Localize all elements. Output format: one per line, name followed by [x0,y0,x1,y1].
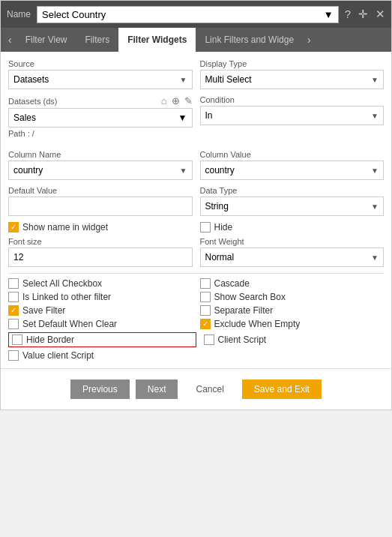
empty-col [200,350,385,361]
widget-name-value: Select Country [42,9,106,20]
home-icon[interactable]: ⌂ [161,95,167,106]
previous-button[interactable]: Previous [70,380,130,399]
tab-link-filters[interactable]: Link Filters and Widge [196,28,303,52]
show-name-checkbox[interactable] [8,222,19,232]
display-type-arrow: ▼ [371,76,379,84]
datasets-arrow: ▼ [178,112,187,123]
value-client-script-row: Value client Script [8,350,193,361]
set-default-checkbox[interactable] [8,319,19,329]
condition-value: In [205,110,213,121]
exclude-empty-checkbox[interactable] [200,319,211,329]
default-value-label: Default Value [8,186,193,195]
show-name-row: Show name in widget [8,222,193,232]
default-value-input[interactable] [8,196,193,216]
separate-filter-checkbox[interactable] [200,305,211,316]
cascade-row: Cascade [200,278,385,289]
add-icon[interactable]: ⊕ [172,95,180,106]
help-icon[interactable]: ? [345,8,351,21]
nav-tabs-bar: ‹ Filter View Filters Filter Widgets Lin… [1,28,391,52]
source-value: Datasets [13,74,49,85]
data-type-arrow: ▼ [371,202,379,211]
hide-checkbox[interactable] [200,222,211,232]
display-type-value: Multi Select [205,74,252,85]
linked-row: Is Linked to other filter [8,292,193,302]
column-value-value: country [205,165,235,176]
hide-border-checkbox[interactable] [12,334,22,345]
nav-next-arrow[interactable]: › [303,34,316,46]
value-client-script-checkbox[interactable] [8,350,19,361]
hide-label: Hide [214,222,233,232]
show-search-label: Show Search Box [214,292,286,302]
next-button[interactable]: Next [136,380,178,399]
font-size-label: Font size [8,237,193,246]
source-arrow: ▼ [180,76,187,84]
widget-name-select[interactable]: Select Country ▼ [37,6,339,23]
datasets-select[interactable]: Sales ▼ [8,108,193,128]
save-filter-checkbox[interactable] [8,305,19,316]
select-all-row: Select All Checkbox [8,278,193,289]
source-select[interactable]: Datasets ▼ [8,70,193,89]
tab-filters[interactable]: Filters [76,28,118,52]
separate-filter-row: Separate Filter [200,305,385,316]
font-weight-value: Normal [205,252,235,262]
hide-row: Hide [200,222,385,232]
exclude-empty-label: Exclude When Empty [214,319,301,329]
client-script-label: Client Script [218,334,267,345]
column-value-label: Column Value [200,150,385,159]
save-filter-row: Save Filter [8,305,193,316]
linked-label: Is Linked to other filter [22,292,111,302]
close-icon[interactable]: ✕ [376,8,385,21]
font-weight-arrow: ▼ [371,254,379,262]
set-default-row: Set Default When Clear [8,319,193,329]
save-exit-button[interactable]: Save and Exit [242,380,322,399]
font-weight-select[interactable]: Normal ▼ [200,248,385,267]
column-name-arrow: ▼ [180,166,187,175]
column-name-value: country [13,165,43,176]
footer-bar: Previous Next Cancel Save and Exit [1,368,391,410]
show-search-checkbox[interactable] [200,292,211,302]
cascade-checkbox[interactable] [200,278,211,289]
path-label: Path : [8,129,30,138]
cancel-button[interactable]: Cancel [184,380,235,399]
column-name-label: Column Name [8,150,193,159]
hide-border-row: Hide Border [8,332,196,347]
cascade-label: Cascade [214,278,250,289]
value-client-script-label: Value client Script [22,350,94,361]
separate-filter-label: Separate Filter [214,305,274,316]
client-script-row: Client Script [204,332,385,347]
column-value-arrow: ▼ [371,166,379,175]
display-type-select[interactable]: Multi Select ▼ [200,70,385,89]
column-name-select[interactable]: country ▼ [8,160,193,180]
condition-arrow: ▼ [371,112,379,120]
edit-icon[interactable]: ✎ [184,95,193,106]
tab-filter-widgets[interactable]: Filter Widgets [118,28,196,52]
widget-name-arrow: ▼ [324,9,334,20]
condition-label: Condition [200,95,385,104]
path-value: / [32,129,34,138]
show-name-label: Show name in widget [22,222,108,232]
set-default-label: Set Default When Clear [22,319,117,329]
name-label: Name [7,9,31,20]
exclude-empty-row: Exclude When Empty [200,319,385,329]
display-type-label: Display Type [200,59,385,68]
font-weight-label: Font Weight [200,237,385,246]
datasets-value: Sales [13,112,36,123]
data-type-select[interactable]: String ▼ [200,196,385,216]
data-type-value: String [205,201,229,212]
data-type-label: Data Type [200,186,385,195]
select-all-checkbox[interactable] [8,278,19,289]
nav-prev-arrow[interactable]: ‹ [4,34,16,46]
linked-checkbox[interactable] [8,292,19,302]
condition-select[interactable]: In ▼ [200,106,385,125]
select-all-label: Select All Checkbox [22,278,102,289]
datasets-label: Datasets (ds) [8,97,161,106]
font-size-input[interactable] [8,248,193,267]
hide-border-label: Hide Border [26,334,74,345]
client-script-checkbox[interactable] [204,334,214,345]
tab-filter-view[interactable]: Filter View [16,28,76,52]
show-search-row: Show Search Box [200,292,385,302]
column-value-select[interactable]: country ▼ [200,160,385,180]
source-label: Source [8,59,193,68]
save-filter-label: Save Filter [22,305,65,316]
move-icon[interactable]: ✛ [358,8,368,21]
